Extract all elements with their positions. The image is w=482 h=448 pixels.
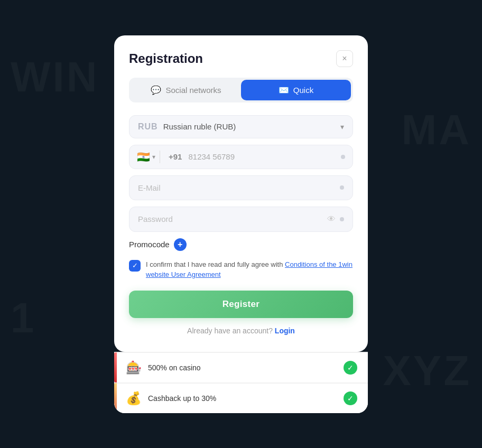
registration-modal: Registration × 💬 Social networks ✉️ Quic…: [114, 35, 368, 352]
register-button[interactable]: Register: [129, 291, 353, 318]
tab-social-label: Social networks: [165, 86, 221, 95]
bonus-card-1: 🎰 500% on casino ✓: [114, 352, 368, 382]
agreement-row: ✓ I confirm that I have read and fully a…: [129, 259, 353, 280]
tab-quick[interactable]: ✉️ Quick: [241, 80, 351, 100]
bonus-card-2: 💰 Cashback up to 30% ✓: [114, 383, 368, 413]
email-input[interactable]: [138, 183, 340, 192]
currency-name: Russian ruble (RUB): [163, 122, 236, 131]
bonus-2-text: Cashback up to 30%: [148, 394, 216, 403]
casino-icon: 🎰: [126, 360, 142, 375]
bonus-1-text: 500% on casino: [148, 363, 201, 372]
phone-field-dot: [341, 155, 345, 159]
social-icon: 💬: [151, 85, 161, 95]
bonus-1-check: ✓: [344, 361, 357, 375]
currency-selector[interactable]: RUB Russian ruble (RUB) ▾: [129, 115, 353, 138]
currency-code: RUB: [138, 122, 158, 132]
eye-icon[interactable]: 👁: [327, 214, 336, 224]
modal-title: Registration: [129, 51, 203, 66]
modal-header: Registration ×: [129, 50, 353, 67]
agreement-checkbox[interactable]: ✓: [129, 260, 141, 272]
tab-social[interactable]: 💬 Social networks: [131, 80, 241, 100]
modal-wrapper: Registration × 💬 Social networks ✉️ Quic…: [114, 35, 368, 413]
promocode-label: Promocode: [129, 240, 170, 249]
password-field-container: 👁: [129, 207, 353, 232]
tab-bar: 💬 Social networks ✉️ Quick: [129, 78, 353, 102]
phone-field: 🇮🇳 ▾ +91: [129, 145, 353, 169]
bonus-area: 🎰 500% on casino ✓ 💰 Cashback up to 30% …: [114, 352, 368, 413]
bonus-2-checkmark-icon: ✓: [347, 394, 354, 403]
bonus-card-1-container: 🎰 500% on casino ✓: [114, 352, 368, 382]
close-button[interactable]: ×: [336, 50, 353, 67]
bonus-card-2-container: 💰 Cashback up to 30% ✓: [114, 382, 368, 413]
country-code: +91: [164, 152, 184, 161]
chevron-down-icon: ▾: [340, 123, 344, 131]
agreement-text: I confirm that I have read and fully agr…: [146, 259, 353, 280]
login-row: Already have an account? Login: [129, 326, 353, 335]
bonus-card-2-left: 💰 Cashback up to 30%: [126, 391, 216, 406]
add-promocode-button[interactable]: +: [174, 238, 187, 251]
bonus-2-check: ✓: [344, 391, 357, 405]
promocode-row: Promocode +: [129, 238, 353, 251]
quick-icon: ✉️: [279, 85, 289, 95]
flag-selector[interactable]: 🇮🇳 ▾: [137, 151, 160, 163]
bonus-bar-1: [114, 352, 117, 382]
login-prompt: Already have an account?: [187, 326, 273, 335]
currency-left: RUB Russian ruble (RUB): [138, 122, 236, 132]
phone-input[interactable]: [188, 152, 337, 161]
email-field-dot: [340, 185, 344, 190]
bonus-1-checkmark-icon: ✓: [347, 363, 354, 372]
cashback-icon: 💰: [126, 391, 142, 406]
tab-quick-label: Quick: [293, 86, 313, 95]
login-link[interactable]: Login: [275, 326, 295, 335]
bonus-bar-2: [114, 383, 117, 413]
password-input[interactable]: [138, 214, 327, 223]
bonus-card-1-left: 🎰 500% on casino: [126, 360, 201, 375]
flag-icon: 🇮🇳: [137, 151, 150, 163]
email-field-container: [129, 175, 353, 200]
checkmark-icon: ✓: [132, 262, 138, 269]
flag-chevron-icon: ▾: [152, 153, 155, 161]
password-field-dot: [340, 217, 344, 221]
